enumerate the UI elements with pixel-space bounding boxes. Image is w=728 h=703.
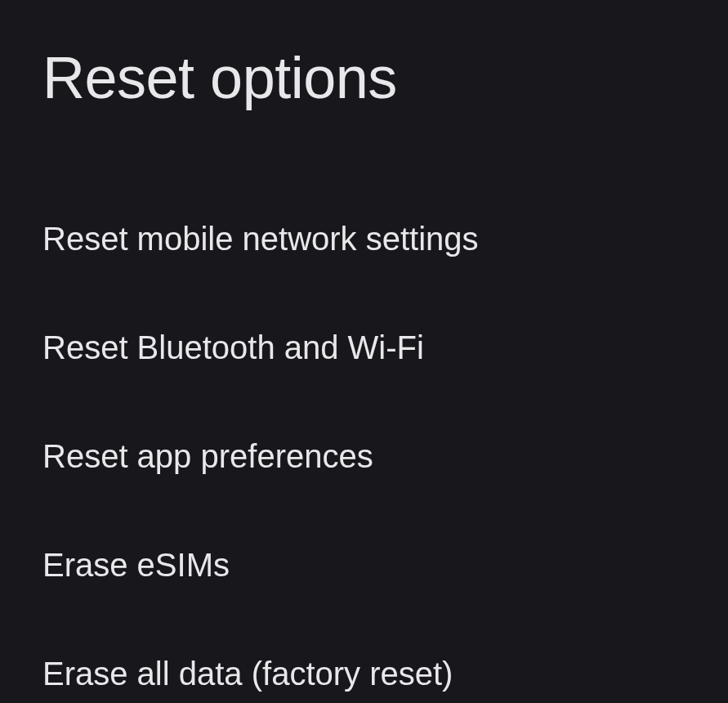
option-label: Erase all data (factory reset) — [42, 656, 453, 692]
option-reset-bluetooth-wifi[interactable]: Reset Bluetooth and Wi-Fi — [0, 293, 728, 402]
option-label: Erase eSIMs — [42, 547, 230, 583]
option-erase-esims[interactable]: Erase eSIMs — [0, 511, 728, 620]
option-label: Reset Bluetooth and Wi-Fi — [42, 329, 424, 365]
option-reset-app-preferences[interactable]: Reset app preferences — [0, 402, 728, 511]
option-erase-all-data[interactable]: Erase all data (factory reset) — [0, 620, 728, 703]
page-title: Reset options — [0, 0, 728, 111]
option-label: Reset app preferences — [42, 438, 373, 474]
option-label: Reset mobile network settings — [42, 221, 479, 257]
option-reset-mobile-network[interactable]: Reset mobile network settings — [0, 185, 728, 293]
reset-options-list: Reset mobile network settings Reset Blue… — [0, 111, 728, 703]
